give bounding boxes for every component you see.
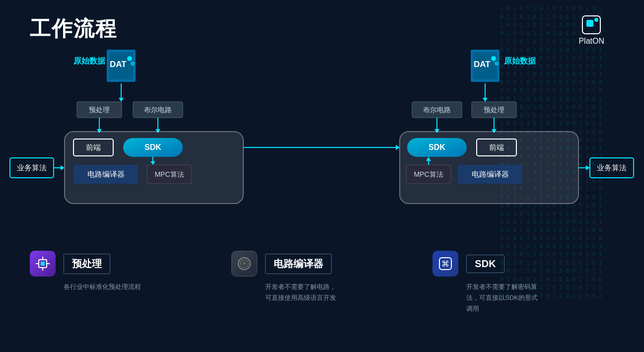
svg-rect-43 [147,165,192,184]
svg-marker-24 [97,129,102,133]
svg-text:布尔电路: 布尔电路 [423,106,451,114]
svg-marker-62 [61,165,65,170]
svg-point-13 [495,62,499,66]
legend-desc-sdk: 开发者不需要了解密码算法，可直接以SDK的形式调用 [432,282,614,314]
svg-rect-36 [400,132,578,204]
svg-text:预处理: 预处理 [89,106,110,114]
svg-point-77 [243,263,245,265]
legend-icon-preprocess [30,251,56,277]
svg-rect-39 [123,138,183,157]
svg-text:SDK: SDK [429,143,445,151]
svg-marker-34 [492,129,497,133]
svg-text:DAT: DAT [110,60,127,69]
svg-text:原始数据: 原始数据 [73,57,106,65]
svg-text:业务算法: 业务算法 [597,163,627,172]
svg-point-12 [491,56,496,61]
svg-point-2 [594,18,598,22]
legend-icon-sdk: ⌘ [432,251,458,277]
svg-text:前端: 前端 [489,143,504,151]
page-title: 工作流程 [30,15,117,43]
svg-rect-37 [73,139,113,156]
svg-point-6 [127,56,132,61]
svg-rect-4 [109,52,133,79]
legend-header-circuit: 电路编译器 [231,251,413,277]
legend-title-sdk: SDK [466,255,504,273]
svg-rect-47 [407,138,467,157]
legend-item-preprocess: 预处理 各行业中标准化预处理流程 [30,251,212,314]
legend-icon-circuit [231,251,257,277]
svg-text:布尔电路: 布尔电路 [144,106,172,114]
svg-rect-63 [590,158,634,178]
svg-marker-32 [434,129,439,133]
svg-rect-53 [458,165,522,184]
legend-header-preprocess: 预处理 [30,251,212,277]
legend-item-circuit: 电路编译器 开发者不需要了解电路，可直接使用高级语言开发 [231,251,413,314]
svg-rect-1 [586,20,593,27]
svg-text:业务算法: 业务算法 [17,163,47,172]
svg-text:电路编译器: 电路编译器 [472,170,509,178]
legend-desc-preprocess: 各行业中标准化预处理流程 [30,282,212,292]
svg-text:预处理: 预处理 [484,106,504,114]
svg-rect-29 [472,102,516,118]
svg-rect-41 [73,165,138,184]
svg-rect-27 [412,102,462,118]
svg-rect-49 [477,139,516,156]
svg-rect-35 [65,132,243,204]
platon-logo-icon [581,15,601,35]
legend-title-preprocess: 预处理 [64,254,110,274]
svg-marker-58 [396,145,400,150]
platon-logo-text: PlatON [578,37,604,46]
svg-rect-3 [107,50,136,82]
svg-text:原始数据: 原始数据 [503,57,536,65]
svg-text:MPC算法: MPC算法 [154,170,184,178]
svg-marker-26 [155,129,160,133]
svg-rect-21 [133,102,183,118]
legend-title-circuit: 电路编译器 [265,254,332,274]
legend-header-sdk: ⌘ SDK [432,251,614,277]
svg-rect-59 [10,158,54,178]
svg-text:前端: 前端 [86,143,101,151]
svg-marker-56 [426,157,431,161]
svg-rect-51 [406,165,451,184]
svg-marker-18 [483,98,488,102]
platon-logo: PlatON [578,15,604,46]
svg-text:DAT: DAT [474,60,491,69]
svg-marker-46 [150,161,155,165]
legend-desc-circuit: 开发者不需要了解电路，可直接使用高级语言开发 [231,282,413,303]
svg-point-7 [131,62,135,66]
svg-marker-66 [586,165,590,170]
svg-marker-16 [119,98,124,102]
svg-text:⌘: ⌘ [441,260,449,268]
svg-rect-9 [471,50,500,82]
svg-text:MPC算法: MPC算法 [414,170,443,178]
svg-rect-69 [41,262,45,266]
legend-item-sdk: ⌘ SDK 开发者不需要了解密码算法，可直接以SDK的形式调用 [432,251,614,314]
svg-text:SDK: SDK [144,143,161,151]
legend-area: 预处理 各行业中标准化预处理流程 电路编译器 开发者不需要了解电路，可直接使用高… [30,251,614,314]
svg-text:电路编译器: 电路编译器 [87,170,125,178]
svg-rect-19 [77,102,122,118]
svg-rect-10 [473,52,497,79]
